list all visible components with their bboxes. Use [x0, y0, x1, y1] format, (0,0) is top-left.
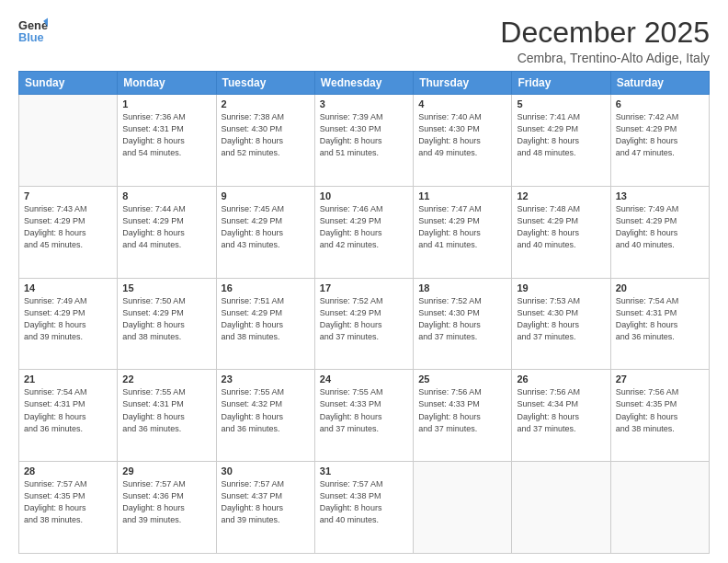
location: Cembra, Trentino-Alto Adige, Italy: [500, 51, 710, 65]
calendar-cell: 24Sunrise: 7:55 AM Sunset: 4:33 PM Dayli…: [314, 370, 413, 462]
day-number: 31: [320, 465, 408, 477]
day-info: Sunrise: 7:52 AM Sunset: 4:30 PM Dayligh…: [418, 295, 506, 343]
calendar-cell: 27Sunrise: 7:56 AM Sunset: 4:35 PM Dayli…: [610, 370, 709, 462]
calendar-cell: 15Sunrise: 7:50 AM Sunset: 4:29 PM Dayli…: [118, 278, 216, 370]
page: General Blue December 2025 Cembra, Trent…: [0, 0, 728, 563]
day-number: 11: [418, 190, 506, 201]
day-number: 23: [222, 373, 310, 385]
calendar-cell: 18Sunrise: 7:52 AM Sunset: 4:30 PM Dayli…: [414, 278, 512, 370]
day-info: Sunrise: 7:49 AM Sunset: 4:29 PM Dayligh…: [24, 295, 112, 343]
day-info: Sunrise: 7:48 AM Sunset: 4:29 PM Dayligh…: [517, 203, 605, 251]
col-sunday: Sunday: [19, 72, 118, 95]
day-number: 14: [24, 282, 112, 293]
calendar-cell: [610, 462, 709, 554]
day-info: Sunrise: 7:57 AM Sunset: 4:35 PM Dayligh…: [24, 478, 112, 526]
calendar-week-4: 28Sunrise: 7:57 AM Sunset: 4:35 PM Dayli…: [19, 462, 710, 554]
calendar-cell: [512, 462, 610, 554]
day-info: Sunrise: 7:53 AM Sunset: 4:30 PM Dayligh…: [517, 295, 605, 343]
calendar-week-3: 21Sunrise: 7:54 AM Sunset: 4:31 PM Dayli…: [19, 370, 710, 462]
day-info: Sunrise: 7:50 AM Sunset: 4:29 PM Dayligh…: [122, 295, 210, 343]
calendar-cell: 1Sunrise: 7:36 AM Sunset: 4:31 PM Daylig…: [118, 95, 216, 187]
header-row: Sunday Monday Tuesday Wednesday Thursday…: [19, 72, 710, 95]
day-info: Sunrise: 7:51 AM Sunset: 4:29 PM Dayligh…: [222, 295, 310, 343]
day-number: 28: [24, 465, 112, 477]
col-monday: Monday: [118, 72, 216, 95]
day-number: 12: [517, 190, 605, 201]
calendar-table: Sunday Monday Tuesday Wednesday Thursday…: [18, 71, 710, 554]
calendar-cell: 4Sunrise: 7:40 AM Sunset: 4:30 PM Daylig…: [414, 95, 512, 187]
calendar-cell: 22Sunrise: 7:55 AM Sunset: 4:31 PM Dayli…: [118, 370, 216, 462]
day-number: 6: [616, 98, 704, 109]
calendar-week-1: 7Sunrise: 7:43 AM Sunset: 4:29 PM Daylig…: [19, 186, 710, 278]
day-info: Sunrise: 7:57 AM Sunset: 4:36 PM Dayligh…: [122, 478, 210, 526]
calendar-cell: 28Sunrise: 7:57 AM Sunset: 4:35 PM Dayli…: [19, 462, 118, 554]
header: General Blue December 2025 Cembra, Trent…: [18, 17, 710, 65]
day-info: Sunrise: 7:44 AM Sunset: 4:29 PM Dayligh…: [122, 203, 210, 251]
logo: General Blue: [18, 17, 48, 46]
col-friday: Friday: [512, 72, 610, 95]
calendar-cell: 19Sunrise: 7:53 AM Sunset: 4:30 PM Dayli…: [512, 278, 610, 370]
day-number: 22: [122, 373, 210, 385]
day-number: 17: [320, 282, 408, 293]
day-number: 20: [616, 282, 704, 293]
day-info: Sunrise: 7:38 AM Sunset: 4:30 PM Dayligh…: [222, 111, 310, 159]
calendar-cell: 5Sunrise: 7:41 AM Sunset: 4:29 PM Daylig…: [512, 95, 610, 187]
day-number: 2: [222, 98, 310, 109]
calendar-cell: 8Sunrise: 7:44 AM Sunset: 4:29 PM Daylig…: [118, 186, 216, 278]
day-number: 18: [418, 282, 506, 293]
title-block: December 2025 Cembra, Trentino-Alto Adig…: [500, 17, 710, 65]
day-number: 15: [122, 282, 210, 293]
calendar-cell: 23Sunrise: 7:55 AM Sunset: 4:32 PM Dayli…: [216, 370, 314, 462]
month-title: December 2025: [500, 17, 710, 49]
day-number: 8: [122, 190, 210, 201]
svg-text:Blue: Blue: [18, 30, 44, 44]
day-number: 9: [222, 190, 310, 201]
calendar-cell: 31Sunrise: 7:57 AM Sunset: 4:38 PM Dayli…: [314, 462, 413, 554]
day-info: Sunrise: 7:52 AM Sunset: 4:29 PM Dayligh…: [320, 295, 408, 343]
calendar-cell: 12Sunrise: 7:48 AM Sunset: 4:29 PM Dayli…: [512, 186, 610, 278]
calendar-cell: 13Sunrise: 7:49 AM Sunset: 4:29 PM Dayli…: [610, 186, 709, 278]
calendar-cell: [414, 462, 512, 554]
day-info: Sunrise: 7:42 AM Sunset: 4:29 PM Dayligh…: [616, 111, 704, 159]
day-info: Sunrise: 7:57 AM Sunset: 4:38 PM Dayligh…: [320, 478, 408, 526]
calendar-cell: 10Sunrise: 7:46 AM Sunset: 4:29 PM Dayli…: [314, 186, 413, 278]
day-info: Sunrise: 7:49 AM Sunset: 4:29 PM Dayligh…: [616, 203, 704, 251]
calendar-cell: [19, 95, 118, 187]
calendar-cell: 3Sunrise: 7:39 AM Sunset: 4:30 PM Daylig…: [314, 95, 413, 187]
day-info: Sunrise: 7:47 AM Sunset: 4:29 PM Dayligh…: [418, 203, 506, 251]
day-number: 7: [24, 190, 112, 201]
calendar-cell: 25Sunrise: 7:56 AM Sunset: 4:33 PM Dayli…: [414, 370, 512, 462]
calendar-cell: 11Sunrise: 7:47 AM Sunset: 4:29 PM Dayli…: [414, 186, 512, 278]
day-info: Sunrise: 7:45 AM Sunset: 4:29 PM Dayligh…: [222, 203, 310, 251]
day-number: 29: [122, 465, 210, 477]
calendar-cell: 16Sunrise: 7:51 AM Sunset: 4:29 PM Dayli…: [216, 278, 314, 370]
day-info: Sunrise: 7:54 AM Sunset: 4:31 PM Dayligh…: [616, 295, 704, 343]
day-info: Sunrise: 7:55 AM Sunset: 4:32 PM Dayligh…: [222, 386, 310, 434]
day-number: 27: [616, 373, 704, 385]
day-info: Sunrise: 7:56 AM Sunset: 4:33 PM Dayligh…: [418, 386, 506, 434]
calendar-cell: 17Sunrise: 7:52 AM Sunset: 4:29 PM Dayli…: [314, 278, 413, 370]
col-thursday: Thursday: [414, 72, 512, 95]
col-saturday: Saturday: [610, 72, 709, 95]
day-number: 26: [517, 373, 605, 385]
day-number: 5: [517, 98, 605, 109]
day-info: Sunrise: 7:40 AM Sunset: 4:30 PM Dayligh…: [418, 111, 506, 159]
calendar-cell: 20Sunrise: 7:54 AM Sunset: 4:31 PM Dayli…: [610, 278, 709, 370]
day-number: 1: [122, 98, 210, 109]
day-info: Sunrise: 7:57 AM Sunset: 4:37 PM Dayligh…: [222, 478, 310, 526]
day-number: 21: [24, 373, 112, 385]
col-wednesday: Wednesday: [314, 72, 413, 95]
day-info: Sunrise: 7:46 AM Sunset: 4:29 PM Dayligh…: [320, 203, 408, 251]
col-tuesday: Tuesday: [216, 72, 314, 95]
day-number: 3: [320, 98, 408, 109]
calendar-week-2: 14Sunrise: 7:49 AM Sunset: 4:29 PM Dayli…: [19, 278, 710, 370]
calendar-cell: 30Sunrise: 7:57 AM Sunset: 4:37 PM Dayli…: [216, 462, 314, 554]
day-number: 13: [616, 190, 704, 201]
calendar-cell: 2Sunrise: 7:38 AM Sunset: 4:30 PM Daylig…: [216, 95, 314, 187]
calendar-cell: 29Sunrise: 7:57 AM Sunset: 4:36 PM Dayli…: [118, 462, 216, 554]
day-info: Sunrise: 7:56 AM Sunset: 4:34 PM Dayligh…: [517, 386, 605, 434]
day-number: 4: [418, 98, 506, 109]
calendar-week-0: 1Sunrise: 7:36 AM Sunset: 4:31 PM Daylig…: [19, 95, 710, 187]
logo-icon: General Blue: [18, 17, 48, 46]
calendar-cell: 7Sunrise: 7:43 AM Sunset: 4:29 PM Daylig…: [19, 186, 118, 278]
